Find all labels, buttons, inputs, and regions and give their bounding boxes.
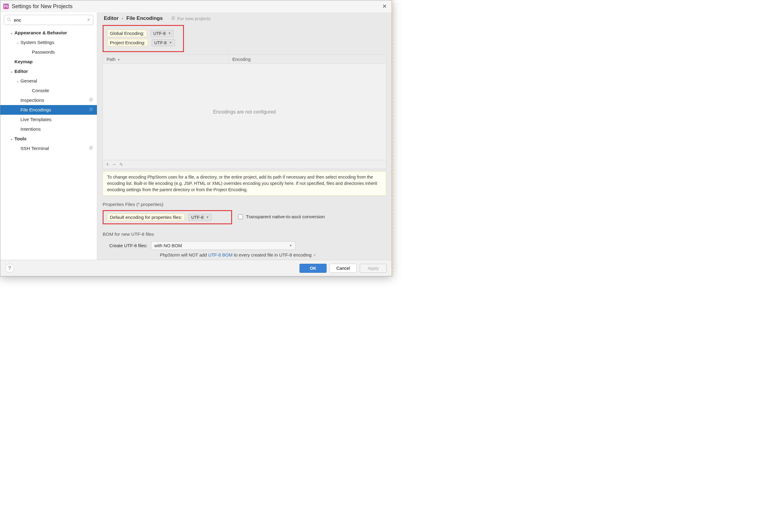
search-icon — [7, 17, 12, 23]
settings-tree[interactable]: ⌄Appearance & Behavior⌄System SettingsPa… — [0, 27, 97, 260]
table-header: Path ▲ Encoding — [103, 55, 386, 64]
chevron-down-icon: ⌄ — [9, 137, 14, 141]
svg-rect-4 — [90, 108, 92, 110]
tree-item[interactable]: SSH Terminal — [0, 143, 97, 153]
tree-item-label: Inspections — [20, 98, 44, 103]
apply-button[interactable]: Apply — [360, 264, 387, 273]
column-path-header[interactable]: Path ▲ — [103, 55, 229, 64]
tree-item[interactable]: Live Templates — [0, 115, 97, 124]
sidebar: × ⌄Appearance & Behavior⌄System Settings… — [0, 12, 97, 260]
tree-item[interactable]: ⌄Editor — [0, 67, 97, 76]
copy-icon — [89, 98, 93, 103]
chevron-down-icon: ▼ — [169, 41, 172, 44]
external-link-icon: ↗ — [313, 253, 316, 257]
tree-item-label: Intentions — [20, 126, 41, 132]
tree-item-label: General — [20, 78, 37, 84]
tree-item[interactable]: Passwords — [0, 47, 97, 57]
add-row-button[interactable]: + — [106, 161, 109, 168]
tree-item-label: File Encodings — [20, 107, 51, 112]
bom-note: PhpStorm will NOT add UTF-8 BOM to every… — [103, 252, 386, 257]
tree-item[interactable]: File Encodings — [0, 105, 97, 115]
tree-item[interactable]: ⌄System Settings — [0, 38, 97, 47]
chevron-down-icon: ▼ — [289, 244, 292, 247]
svg-rect-6 — [90, 146, 92, 149]
create-utf8-dropdown[interactable]: with NO BOM ▼ — [151, 241, 295, 250]
table-toolbar: + − ✎ — [103, 160, 386, 169]
cancel-button[interactable]: Cancel — [330, 264, 357, 273]
encoding-highlight-box: Global Encoding: UTF-8 ▼ Project Encodin… — [103, 25, 184, 52]
properties-default-label: Default encoding for properties files: — [107, 213, 185, 221]
window-title: Settings for New Projects — [12, 3, 380, 10]
tree-item[interactable]: Console — [0, 86, 97, 95]
svg-point-0 — [8, 18, 10, 20]
project-encoding-dropdown[interactable]: UTF-8 ▼ — [152, 39, 175, 47]
search-input[interactable] — [12, 17, 87, 22]
tree-item-label: Passwords — [32, 49, 55, 55]
breadcrumb: Editor › File Encodings For new projects — [97, 12, 392, 24]
breadcrumb-leaf: File Encodings — [126, 16, 163, 21]
chevron-down-icon: ⌄ — [9, 70, 14, 74]
ok-button[interactable]: OK — [299, 264, 327, 273]
column-encoding-header[interactable]: Encoding — [229, 57, 386, 62]
svg-rect-8 — [172, 16, 174, 19]
dialog-footer: ? OK Cancel Apply — [0, 260, 392, 276]
sort-asc-icon: ▲ — [117, 57, 120, 61]
copy-icon — [89, 146, 93, 151]
tree-item[interactable]: Intentions — [0, 124, 97, 134]
tree-item-label: Appearance & Behavior — [15, 30, 67, 36]
global-encoding-label: Global Encoding: — [107, 29, 147, 37]
remove-row-button[interactable]: − — [113, 161, 116, 168]
chevron-down-icon: ▼ — [168, 32, 171, 35]
tree-item[interactable]: ⌄General — [0, 76, 97, 86]
svg-rect-7 — [90, 147, 92, 149]
svg-rect-2 — [90, 98, 92, 101]
tree-item-label: SSH Terminal — [20, 146, 49, 151]
project-encoding-label: Project Encoding: — [107, 39, 148, 47]
svg-rect-5 — [90, 109, 92, 111]
properties-section-title: Properties Files (*.properties) — [103, 202, 386, 207]
help-button[interactable]: ? — [5, 264, 14, 273]
svg-rect-9 — [171, 17, 174, 19]
properties-encoding-dropdown[interactable]: UTF-8 ▼ — [188, 214, 212, 221]
properties-highlight-box: Default encoding for properties files: U… — [103, 210, 232, 224]
main-panel: Editor › File Encodings For new projects… — [97, 12, 392, 260]
breadcrumb-root[interactable]: Editor — [104, 16, 119, 21]
chevron-down-icon: ⌄ — [9, 31, 14, 35]
utf8-bom-link[interactable]: UTF-8 BOM — [208, 252, 233, 257]
transparent-ascii-checkbox[interactable]: Transparent native-to-ascii conversion — [238, 214, 325, 219]
tree-item[interactable]: Keymap — [0, 57, 97, 67]
tree-item[interactable]: ⌄Tools — [0, 134, 97, 143]
chevron-right-icon: › — [122, 16, 123, 21]
scope-hint: For new projects — [171, 16, 211, 21]
chevron-down-icon: ⌄ — [15, 79, 19, 83]
background-edge — [392, 0, 394, 276]
close-icon[interactable]: ✕ — [380, 2, 389, 11]
table-empty-message: Encodings are not configured — [103, 64, 386, 160]
copy-icon — [89, 107, 93, 112]
search-box[interactable]: × — [4, 15, 93, 25]
settings-dialog: PS Settings for New Projects ✕ × ⌄Appear… — [0, 0, 392, 276]
global-encoding-dropdown[interactable]: UTF-8 ▼ — [150, 30, 174, 37]
chevron-down-icon: ▼ — [206, 216, 209, 219]
bom-section-title: BOM for new UTF-8 files — [103, 232, 386, 237]
edit-row-button[interactable]: ✎ — [119, 162, 123, 167]
clear-search-icon[interactable]: × — [87, 17, 91, 22]
copy-icon — [171, 16, 175, 21]
tree-item[interactable]: Inspections — [0, 95, 97, 105]
svg-line-1 — [10, 20, 11, 21]
app-icon: PS — [3, 4, 9, 9]
info-banner: To change encoding PhpStorm uses for a f… — [103, 171, 386, 196]
svg-rect-3 — [90, 99, 92, 101]
tree-item-label: Keymap — [15, 59, 33, 64]
tree-item-label: Console — [32, 88, 49, 93]
create-utf8-label: Create UTF-8 files: — [109, 243, 147, 248]
tree-item-label: Tools — [15, 136, 26, 141]
encodings-table: Path ▲ Encoding Encodings are not config… — [103, 54, 386, 160]
tree-item-label: System Settings — [20, 40, 54, 45]
tree-item-label: Live Templates — [20, 117, 51, 122]
tree-item[interactable]: ⌄Appearance & Behavior — [0, 28, 97, 38]
transparent-ascii-input[interactable] — [238, 214, 243, 219]
tree-item-label: Editor — [15, 69, 28, 74]
chevron-down-icon: ⌄ — [15, 41, 19, 45]
titlebar: PS Settings for New Projects ✕ — [0, 0, 392, 12]
